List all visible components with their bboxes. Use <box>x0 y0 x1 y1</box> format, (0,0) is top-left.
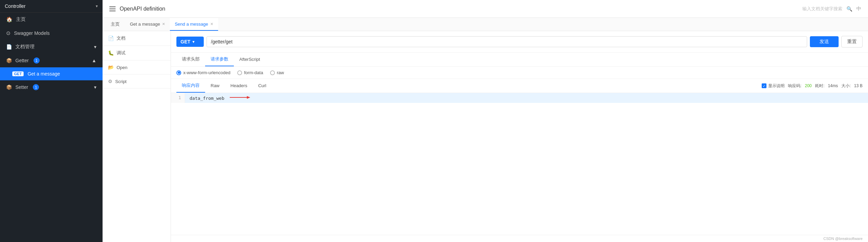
show-desc-checkbox[interactable]: ✓ 显示说明 <box>762 83 785 89</box>
code-content: data_from_web <box>185 93 868 103</box>
docmanage-icon: 📄 <box>6 44 12 50</box>
footer-credit: CSDN @breaksoftware <box>824 237 863 241</box>
page-title: OpenAPI definition <box>120 6 165 12</box>
sidebar-get-message-label: Get a message <box>28 71 60 77</box>
sidebar: Controller ▾ 🏠 主页 ⊙ Swagger Models 📄 文档管… <box>0 0 103 242</box>
size-value: 13 B <box>854 83 863 88</box>
sidebar-chevron-icon[interactable]: ▾ <box>96 4 98 9</box>
res-tab-curl[interactable]: Curl <box>253 80 272 92</box>
getter-section-left: 📦 Getter 1 <box>6 57 40 64</box>
left-panel-doc[interactable]: 📄 文档 <box>103 31 171 46</box>
url-bar: GET ▾ 发送 重置 <box>171 31 868 53</box>
open-label: Open <box>117 65 128 70</box>
home-icon: 🏠 <box>6 16 13 23</box>
response-tabs: 响应内容 Raw Headers Curl <box>176 79 272 93</box>
sidebar-getter-label: Getter <box>15 58 29 63</box>
topbar-right: 输入文档关键字搜索 🔍 中 <box>802 6 861 12</box>
time-label: 耗时: <box>815 83 824 89</box>
radio-raw-icon <box>270 70 275 75</box>
request-tabs: 请求头部 请求参数 AfterScript <box>171 53 868 67</box>
sidebar-item-home[interactable]: 🏠 主页 <box>0 13 103 26</box>
tab-send-message-label: Send a message <box>175 22 208 27</box>
getter-icon: 📦 <box>6 58 12 63</box>
tab-get-message[interactable]: Get a message ✕ <box>125 18 170 31</box>
size-label: 大小: <box>841 83 851 89</box>
left-panel: 📄 文档 🐛 调试 📂 Open ⚙ Script <box>103 31 171 242</box>
setter-badge: 1 <box>33 84 39 90</box>
body-type-raw[interactable]: raw <box>270 70 284 75</box>
swagger-icon: ⊙ <box>6 30 11 36</box>
reset-button[interactable]: 重置 <box>841 36 863 48</box>
sidebar-section-docmanage[interactable]: 📄 文档管理 ▾ <box>0 40 103 54</box>
send-button[interactable]: 发送 <box>810 36 839 47</box>
getter-chevron-icon: ▲ <box>92 58 96 63</box>
response-section: 响应内容 Raw Headers Curl ✓ 显示说明 响应码: 200 耗时… <box>171 79 868 242</box>
method-selector[interactable]: GET ▾ <box>176 37 204 47</box>
method-chevron-icon: ▾ <box>192 40 195 44</box>
get-method-badge: GET <box>12 71 24 76</box>
status-code-label: 响应码: <box>788 83 801 89</box>
open-icon: 📂 <box>108 65 114 70</box>
time-value: 14ms <box>828 83 838 88</box>
setter-section-left: 📦 Setter 1 <box>6 84 39 90</box>
checkbox-checked-icon: ✓ <box>762 83 766 88</box>
res-tab-content[interactable]: 响应内容 <box>176 79 205 93</box>
method-label: GET <box>181 39 190 44</box>
right-panel: GET ▾ 发送 重置 请求头部 请求参数 AfterScript x-www-… <box>171 31 868 242</box>
tab-get-message-close-icon[interactable]: ✕ <box>162 22 165 26</box>
debug-label: 调试 <box>117 50 125 56</box>
left-panel-open[interactable]: 📂 Open <box>103 60 171 75</box>
body-type-formdata-label: form-data <box>244 70 263 75</box>
setter-chevron-icon: ▾ <box>94 84 96 90</box>
sidebar-home-label: 主页 <box>16 16 26 23</box>
sidebar-item-get-message[interactable]: GET Get a message <box>0 67 103 80</box>
sidebar-controller-label: Controller <box>5 3 26 9</box>
url-input[interactable] <box>206 36 807 47</box>
debug-icon: 🐛 <box>108 50 114 56</box>
table-row: 1 data_from_web <box>171 93 868 103</box>
body-type-raw-label: raw <box>277 70 284 75</box>
doc-label: 文档 <box>117 35 125 41</box>
body-type-formdata[interactable]: form-data <box>237 70 263 75</box>
topbar-left: OpenAPI definition <box>109 6 165 12</box>
response-meta: ✓ 显示说明 响应码: 200 耗时: 14ms 大小: 13 B <box>762 83 863 89</box>
left-panel-debug[interactable]: 🐛 调试 <box>103 46 171 60</box>
script-icon: ⚙ <box>108 79 112 84</box>
script-label: Script <box>115 79 126 84</box>
svg-marker-1 <box>247 96 250 99</box>
tab-home[interactable]: 主页 <box>105 18 125 31</box>
left-panel-script[interactable]: ⚙ Script <box>103 75 171 89</box>
tab-get-message-label: Get a message <box>130 22 160 27</box>
res-tab-headers[interactable]: Headers <box>225 80 253 92</box>
line-number: 1 <box>171 93 185 103</box>
getter-badge: 1 <box>34 57 40 64</box>
req-tab-afterscript[interactable]: AfterScript <box>234 53 266 66</box>
sidebar-section-left: 📄 文档管理 <box>6 44 35 50</box>
body-type-urlencoded[interactable]: x-www-form-urlencoded <box>176 70 230 75</box>
tabs-bar: 主页 Get a message ✕ Send a message ✕ <box>103 18 868 31</box>
sidebar-header[interactable]: Controller ▾ <box>0 0 103 13</box>
sidebar-item-swagger[interactable]: ⊙ Swagger Models <box>0 26 103 40</box>
status-code-value: 200 <box>805 83 812 88</box>
tab-send-message[interactable]: Send a message ✕ <box>170 18 218 31</box>
lang-switch[interactable]: 中 <box>856 6 861 12</box>
sidebar-swagger-label: Swagger Models <box>14 30 50 36</box>
response-tabs-row: 响应内容 Raw Headers Curl ✓ 显示说明 响应码: 200 耗时… <box>171 79 868 93</box>
res-tab-raw[interactable]: Raw <box>205 80 225 92</box>
hamburger-menu-icon[interactable] <box>109 6 116 11</box>
tab-send-message-close-icon[interactable]: ✕ <box>210 22 213 26</box>
req-tab-params[interactable]: 请求参数 <box>205 53 234 66</box>
topbar: OpenAPI definition 输入文档关键字搜索 🔍 中 <box>103 0 868 18</box>
sidebar-setter-label: Setter <box>15 84 28 90</box>
docmanage-chevron-icon: ▾ <box>94 44 96 50</box>
body-type-urlencoded-label: x-www-form-urlencoded <box>183 70 230 75</box>
content-area: 📄 文档 🐛 调试 📂 Open ⚙ Script GET ▾ <box>103 31 868 242</box>
footer-bar: CSDN @breaksoftware <box>171 235 868 242</box>
req-tab-headers[interactable]: 请求头部 <box>176 53 205 66</box>
radio-urlencoded-icon <box>176 70 181 75</box>
sidebar-section-setter[interactable]: 📦 Setter 1 ▾ <box>0 80 103 94</box>
sidebar-section-getter[interactable]: 📦 Getter 1 ▲ <box>0 54 103 67</box>
search-placeholder-text: 输入文档关键字搜索 <box>802 6 842 12</box>
arrow-indicator <box>230 95 250 101</box>
search-icon[interactable]: 🔍 <box>846 6 852 12</box>
